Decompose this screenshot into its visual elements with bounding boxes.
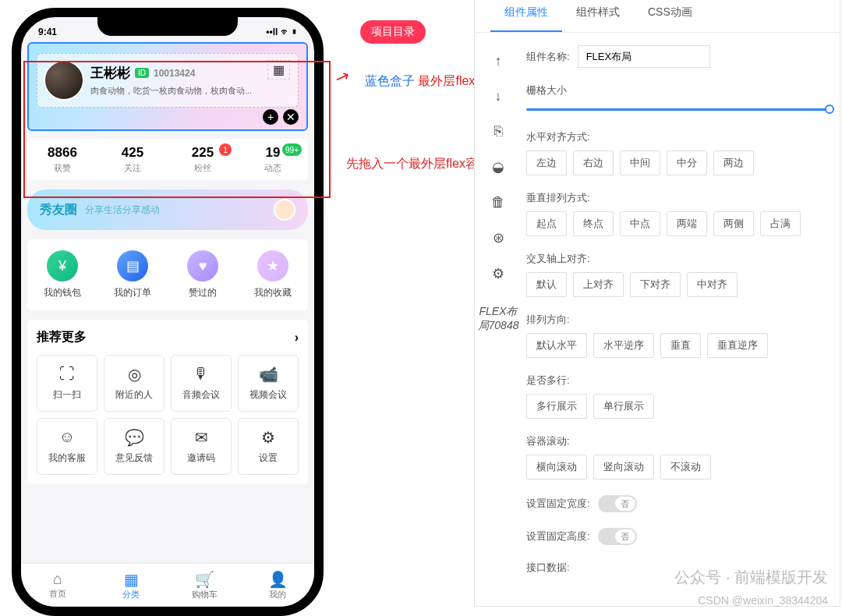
grid-icon: ⛶ bbox=[37, 365, 97, 384]
more-section: 推荐更多› ⛶扫一扫◎附近的人🎙音频会议📹视频会议☺我的客服💬意见反馈✉邀请码⚙… bbox=[27, 320, 308, 484]
fixed-h-toggle[interactable]: 否 bbox=[598, 528, 637, 545]
friends-banner[interactable]: 秀友圈 分享生活分享感动 bbox=[27, 189, 308, 230]
opt-1-4[interactable]: 两侧 bbox=[713, 211, 754, 236]
stats-row: 8866获赞 425关注 225粉丝1 19动态99+ bbox=[27, 139, 308, 180]
qr-icon[interactable]: ▦ bbox=[267, 60, 290, 80]
group-label-0: 水平对齐方式: bbox=[526, 130, 832, 144]
avatar[interactable] bbox=[44, 60, 84, 101]
quick-wallet[interactable]: ¥我的钱包 bbox=[27, 250, 97, 299]
opt-1-3[interactable]: 两端 bbox=[667, 211, 707, 236]
opt-1-5[interactable]: 占满 bbox=[760, 211, 801, 236]
grid-item-5[interactable]: 💬意见反馈 bbox=[104, 418, 165, 475]
opt-1-1[interactable]: 终点 bbox=[573, 211, 614, 236]
grid-size-slider[interactable] bbox=[526, 104, 832, 115]
name-label: 组件名称: bbox=[526, 50, 570, 64]
tab-label: 分类 bbox=[122, 589, 140, 599]
grid-label: 意见反馈 bbox=[104, 451, 164, 465]
grid-item-7[interactable]: ⚙设置 bbox=[238, 418, 299, 475]
fixed-w-label: 设置固定宽度: bbox=[526, 497, 590, 511]
grid-item-4[interactable]: ☺我的客服 bbox=[37, 418, 97, 475]
chevron-right-icon[interactable]: › bbox=[295, 331, 299, 345]
api-label: 接口数据: bbox=[526, 561, 570, 573]
more-title: 推荐更多 bbox=[37, 329, 87, 345]
trash-icon[interactable]: 🗑 bbox=[491, 194, 505, 211]
friends-face-icon bbox=[274, 199, 295, 221]
tabbar: ⌂首页▦分类🛒购物车👤我的 bbox=[21, 563, 314, 607]
profile-row: 王彬彬 ID 10013424 肉食动物，吃货一枚肉食动物，枚肉食动... ▦ bbox=[37, 53, 299, 108]
tab-label: 购物车 bbox=[192, 589, 218, 599]
opt-4-1[interactable]: 单行展示 bbox=[593, 394, 654, 419]
opt-0-3[interactable]: 中分 bbox=[667, 150, 707, 175]
tab-0[interactable]: ⌂首页 bbox=[21, 570, 94, 600]
target-icon[interactable]: ⊛ bbox=[493, 229, 504, 246]
grid-icon: ◎ bbox=[104, 365, 164, 384]
grid-item-6[interactable]: ✉邀请码 bbox=[171, 418, 232, 475]
app-icon[interactable]: ◒ bbox=[492, 158, 504, 175]
grid-label: 邀请码 bbox=[172, 451, 231, 465]
opt-3-2[interactable]: 垂直 bbox=[660, 333, 701, 358]
grid-item-2[interactable]: 🎙音频会议 bbox=[171, 355, 232, 412]
tab-icon: ▦ bbox=[94, 570, 168, 589]
opt-4-0[interactable]: 多行展示 bbox=[526, 394, 587, 419]
grid-icon: ✉ bbox=[172, 428, 231, 447]
gear-icon[interactable]: ⚙ bbox=[492, 265, 504, 282]
project-dir-button[interactable]: 项目目录 bbox=[360, 20, 426, 44]
tab-icon: ⌂ bbox=[21, 570, 94, 588]
opt-0-2[interactable]: 中间 bbox=[620, 150, 660, 175]
grid-item-3[interactable]: 📹视频会议 bbox=[238, 355, 299, 412]
tab-2[interactable]: 🛒购物车 bbox=[168, 570, 241, 600]
opt-1-2[interactable]: 中点 bbox=[620, 211, 660, 236]
component-name-input[interactable] bbox=[578, 45, 710, 68]
opt-2-1[interactable]: 上对齐 bbox=[573, 272, 624, 297]
opt-3-3[interactable]: 垂直逆序 bbox=[707, 333, 768, 358]
stat-likes[interactable]: 8866获赞 bbox=[27, 145, 97, 174]
status-icons: ••ll ᯤ ▮ bbox=[266, 27, 297, 37]
tab-3[interactable]: 👤我的 bbox=[241, 570, 314, 600]
quick-row: ¥我的钱包 ▤我的订单 ♥赞过的 ★我的收藏 bbox=[27, 239, 308, 310]
opt-2-2[interactable]: 下对齐 bbox=[630, 272, 681, 297]
arrow-up-icon[interactable]: ↑ bbox=[495, 53, 502, 69]
opt-3-0[interactable]: 默认水平 bbox=[526, 333, 587, 358]
fixed-w-toggle[interactable]: 否 bbox=[598, 495, 637, 512]
stat-feed[interactable]: 19动态99+ bbox=[238, 145, 308, 174]
watermark-1: 公众号 · 前端模版开发 bbox=[674, 567, 828, 588]
quick-fav[interactable]: ★我的收藏 bbox=[238, 250, 308, 299]
grid-label: 视频会议 bbox=[239, 388, 298, 402]
quick-orders[interactable]: ▤我的订单 bbox=[97, 250, 168, 299]
opt-2-0[interactable]: 默认 bbox=[526, 272, 567, 297]
stat-follow[interactable]: 425关注 bbox=[97, 145, 168, 174]
add-icon[interactable]: + bbox=[263, 109, 278, 125]
opt-0-1[interactable]: 右边 bbox=[573, 150, 614, 175]
opt-5-1[interactable]: 竖向滚动 bbox=[593, 455, 654, 480]
grid-item-1[interactable]: ◎附近的人 bbox=[104, 355, 165, 412]
opt-0-0[interactable]: 左边 bbox=[526, 150, 567, 175]
close-icon[interactable]: ✕ bbox=[283, 109, 299, 125]
group-label-3: 排列方向: bbox=[526, 313, 832, 327]
copy-icon[interactable]: ⎘ bbox=[494, 123, 503, 140]
opt-0-4[interactable]: 两边 bbox=[713, 150, 754, 175]
status-time: 9:41 bbox=[38, 27, 57, 37]
grid-icon: 💬 bbox=[104, 428, 164, 447]
opt-5-2[interactable]: 不滚动 bbox=[660, 455, 711, 480]
quick-liked[interactable]: ♥赞过的 bbox=[168, 250, 238, 299]
opt-5-0[interactable]: 横向滚动 bbox=[526, 455, 587, 480]
stat-fans[interactable]: 225粉丝1 bbox=[168, 145, 238, 174]
fixed-h-label: 设置固定高度: bbox=[526, 529, 590, 543]
group-label-4: 是否多行: bbox=[526, 373, 832, 388]
friends-title: 秀友圈 bbox=[40, 202, 77, 218]
arrow-down-icon[interactable]: ↓ bbox=[495, 88, 502, 104]
grid-icon: 🎙 bbox=[172, 365, 231, 384]
tab-style[interactable]: 组件样式 bbox=[562, 0, 634, 32]
tab-label: 首页 bbox=[49, 589, 66, 598]
opt-2-3[interactable]: 中对齐 bbox=[687, 272, 738, 297]
panel-tabs: 组件属性 组件样式 CSS动画 bbox=[475, 0, 840, 33]
opt-3-1[interactable]: 水平逆序 bbox=[593, 333, 654, 358]
opt-1-0[interactable]: 起点 bbox=[526, 211, 567, 236]
profile-card[interactable]: 王彬彬 ID 10013424 肉食动物，吃货一枚肉食动物，枚肉食动... ▦ … bbox=[27, 42, 308, 131]
grid-label: 我的客服 bbox=[37, 451, 97, 465]
tab-anim[interactable]: CSS动画 bbox=[634, 0, 706, 32]
grid-item-0[interactable]: ⛶扫一扫 bbox=[37, 355, 97, 412]
tab-props[interactable]: 组件属性 bbox=[490, 0, 562, 32]
tab-1[interactable]: ▦分类 bbox=[94, 570, 168, 600]
group-label-2: 交叉轴上对齐: bbox=[526, 252, 832, 266]
